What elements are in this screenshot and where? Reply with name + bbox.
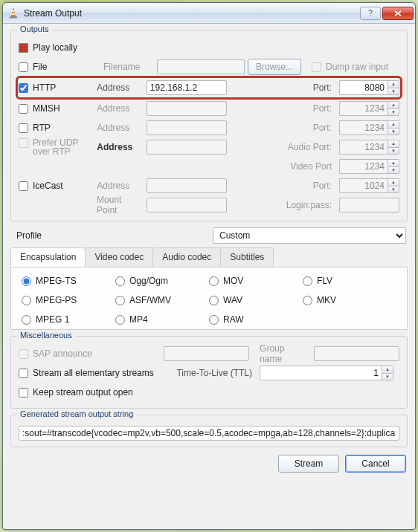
ttl-input[interactable] (260, 366, 382, 380)
spin-down-icon[interactable]: ▼ (388, 147, 399, 155)
udp-videoport-input[interactable] (339, 159, 388, 174)
mmsh-check[interactable]: MMSH (19, 103, 94, 114)
tab-audio-codec[interactable]: Audio codec (152, 247, 221, 267)
mmsh-checkbox[interactable] (19, 104, 28, 114)
play-locally-label: Play locally (33, 42, 77, 53)
encap-radio[interactable] (22, 296, 31, 305)
rtp-checkbox[interactable] (19, 123, 28, 133)
keepopen-check[interactable]: Keep stream output open (19, 387, 167, 398)
rtp-check[interactable]: RTP (19, 123, 94, 133)
encap-radio[interactable] (115, 276, 125, 286)
help-button[interactable]: ? (360, 7, 381, 20)
tab-video-codec[interactable]: Video codec (85, 247, 153, 267)
udp-audioport-spinner[interactable]: ▲▼ (339, 140, 399, 155)
http-check[interactable]: HTTP (19, 82, 94, 93)
spin-down-icon[interactable]: ▼ (388, 166, 399, 175)
dump-raw-checkbox[interactable] (312, 62, 321, 72)
http-checkbox[interactable] (19, 83, 28, 93)
play-locally-check[interactable]: Play locally (19, 42, 100, 53)
mmsh-port-input[interactable] (339, 101, 388, 116)
sap-input[interactable] (164, 346, 249, 361)
rtp-address-input[interactable] (147, 120, 228, 135)
rtp-port-input[interactable] (339, 120, 388, 135)
encap-radio[interactable] (303, 296, 312, 305)
mount-input[interactable] (147, 198, 227, 213)
streamall-check[interactable]: Stream all elementary streams (19, 368, 167, 378)
encap-radio[interactable] (22, 276, 31, 286)
spin-up-icon[interactable]: ▲ (388, 120, 399, 128)
encap-radio[interactable] (209, 296, 219, 305)
mmsh-port-spinner[interactable]: ▲▼ (339, 101, 399, 116)
spin-down-icon[interactable]: ▼ (382, 373, 393, 381)
icecast-port-input[interactable] (339, 178, 388, 193)
encap-radio[interactable] (303, 276, 312, 286)
encap-radio[interactable] (209, 315, 219, 325)
icecast-checkbox[interactable] (19, 181, 28, 191)
keepopen-checkbox[interactable] (19, 388, 28, 398)
dump-raw-check[interactable]: Dump raw input (312, 62, 388, 72)
http-port-spinner[interactable]: ▲▼ (339, 80, 399, 95)
encap-radio[interactable] (22, 315, 31, 325)
udp-check[interactable]: Prefer UDP over RTP (19, 138, 94, 156)
play-locally-checkbox[interactable] (19, 43, 28, 53)
close-button[interactable] (382, 7, 414, 20)
profile-select[interactable]: Custom (213, 227, 406, 244)
encap-radio[interactable] (115, 296, 125, 305)
icecast-address-label: Address (97, 181, 144, 191)
encap-radio[interactable] (209, 276, 219, 286)
spin-up-icon[interactable]: ▲ (388, 80, 399, 88)
encap-option-mp4[interactable]: MP4 (115, 314, 209, 325)
icecast-port-spinner[interactable]: ▲▼ (339, 178, 399, 193)
encap-option-mov[interactable]: MOV (209, 276, 303, 286)
encap-option-mkv[interactable]: MKV (303, 295, 396, 305)
icecast-check[interactable]: IceCast (19, 181, 94, 191)
ttl-spinner[interactable]: ▲▼ (260, 366, 393, 380)
encap-option-mpeg-1[interactable]: MPEG 1 (22, 314, 115, 325)
encap-radio[interactable] (115, 315, 125, 325)
filename-input[interactable] (157, 59, 245, 74)
sap-checkbox[interactable] (19, 349, 28, 359)
stream-button[interactable]: Stream (278, 455, 339, 473)
spin-up-icon[interactable]: ▲ (388, 140, 399, 147)
http-port-input[interactable] (339, 80, 388, 95)
browse-button[interactable]: Browse... (248, 59, 301, 75)
spin-down-icon[interactable]: ▼ (388, 88, 399, 96)
udp-address-label: Address (97, 142, 144, 152)
spin-up-icon[interactable]: ▲ (382, 366, 393, 373)
spin-up-icon[interactable]: ▲ (388, 159, 399, 166)
http-address-input[interactable] (147, 80, 228, 95)
file-check[interactable]: File (19, 62, 100, 72)
mmsh-address-input[interactable] (147, 101, 228, 116)
spin-up-icon[interactable]: ▲ (388, 101, 399, 108)
sap-check[interactable]: SAP announce (19, 348, 161, 359)
spin-down-icon[interactable]: ▼ (388, 108, 399, 117)
login-input[interactable] (339, 198, 399, 213)
tab-subtitles[interactable]: Subtitles (220, 247, 274, 267)
encap-option-wav[interactable]: WAV (209, 295, 303, 305)
encap-option-mpeg-ts[interactable]: MPEG-TS (22, 276, 115, 286)
encap-option-mpeg-ps[interactable]: MPEG-PS (22, 295, 115, 305)
encap-option-asf-wmv[interactable]: ASF/WMV (115, 295, 209, 305)
dump-raw-label: Dump raw input (326, 62, 388, 72)
file-checkbox[interactable] (19, 62, 28, 72)
generated-string-input[interactable] (19, 426, 399, 441)
tab-encapsulation[interactable]: Encapsulation (10, 247, 86, 267)
udp-videoport-spinner[interactable]: ▲▼ (339, 159, 399, 174)
encap-option-ogg-ogm[interactable]: Ogg/Ogm (115, 276, 209, 286)
spin-down-icon[interactable]: ▼ (388, 128, 399, 136)
rtp-port-spinner[interactable]: ▲▼ (339, 120, 399, 135)
spin-up-icon[interactable]: ▲ (388, 178, 399, 186)
streamall-checkbox[interactable] (19, 369, 28, 378)
udp-audioport-input[interactable] (339, 140, 388, 155)
spin-down-icon[interactable]: ▼ (388, 186, 399, 194)
icecast-address-input[interactable] (147, 178, 228, 193)
icecast-label: IceCast (33, 181, 63, 191)
groupname-input[interactable] (314, 346, 399, 361)
udp-checkbox[interactable] (19, 138, 28, 148)
udp-address-input[interactable] (147, 140, 228, 155)
keepopen-label: Keep stream output open (33, 387, 133, 398)
encap-option-raw[interactable]: RAW (209, 314, 303, 325)
cancel-button[interactable]: Cancel (345, 455, 406, 473)
encap-option-flv[interactable]: FLV (303, 276, 396, 286)
titlebar[interactable]: Stream Output ? (3, 3, 415, 24)
